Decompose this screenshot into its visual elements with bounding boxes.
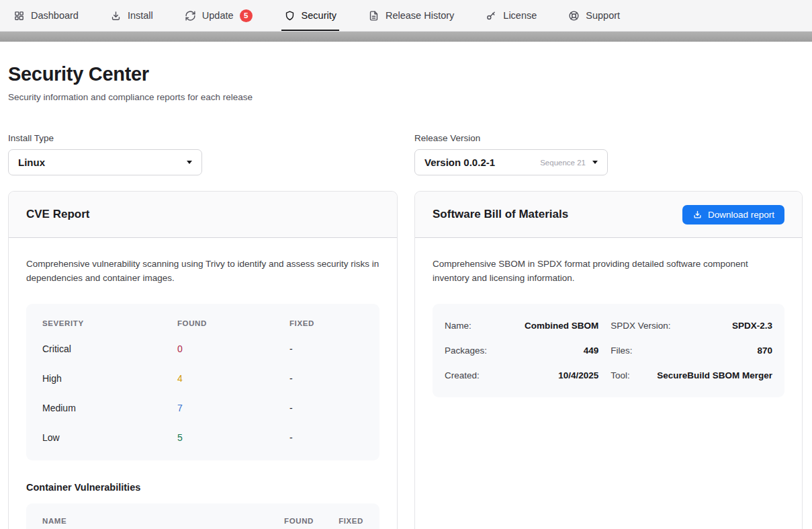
download-report-label: Download report (708, 210, 774, 220)
severity-label: Critical (42, 343, 177, 354)
nav-item-security[interactable]: Security (281, 0, 339, 31)
table-row-medium: Medium 7 - (42, 393, 363, 423)
release-version-filter: Release Version Version 0.0.2-1 Sequence… (414, 133, 608, 175)
found-count: 5 (177, 432, 289, 443)
sbom-card-header: Software Bill of Materials Download repo… (415, 192, 802, 238)
col-found: FOUND (177, 319, 289, 327)
sbom-detail-files: Files: 870 (611, 338, 772, 363)
dashboard-grid-icon (13, 10, 25, 22)
chevron-down-icon (187, 161, 192, 164)
found-count: 7 (177, 403, 289, 413)
detail-label: Name: (445, 321, 471, 331)
nav-item-license[interactable]: License (483, 0, 539, 31)
download-report-button[interactable]: Download report (682, 205, 784, 225)
install-type-select[interactable]: Linux (8, 149, 202, 175)
release-version-label: Release Version (414, 133, 608, 143)
fixed-count: - (289, 403, 363, 413)
update-count-badge: 5 (240, 9, 253, 22)
document-icon (368, 10, 379, 22)
found-count: 0 (177, 343, 289, 354)
nav-item-support[interactable]: Support (566, 0, 623, 31)
detail-label: Tool: (611, 370, 630, 380)
nav-item-install[interactable]: Install (107, 0, 156, 31)
fixed-count: - (289, 343, 363, 354)
nav-label: Update (202, 10, 234, 21)
col-fixed: FIXED (289, 319, 363, 327)
shield-icon (284, 10, 296, 22)
severity-table-header: SEVERITY FOUND FIXED (42, 315, 363, 334)
key-icon (486, 10, 497, 22)
install-type-value: Linux (18, 157, 45, 168)
sbom-details-panel: Name: Combined SBOM SPDX Version: SPDX-2… (433, 304, 784, 397)
detail-value: 870 (757, 345, 772, 356)
lifebuoy-icon (568, 10, 580, 22)
detail-value: SPDX-2.3 (732, 321, 772, 331)
cards-row: CVE Report Comprehensive vulnerability s… (8, 191, 803, 529)
container-vulnerabilities-title: Container Vulnerabilities (26, 482, 379, 493)
nav-label: Release History (386, 10, 454, 21)
release-version-value: Version 0.0.2-1 (424, 157, 495, 168)
severity-table: SEVERITY FOUND FIXED Critical 0 - High 4… (26, 304, 379, 460)
nav-label: Security (302, 10, 336, 21)
sequence-badge: Sequence 21 (540, 159, 598, 167)
sbom-detail-spdx-version: SPDX Version: SPDX-2.3 (611, 313, 772, 338)
fixed-count: - (289, 373, 363, 384)
severity-label: Low (42, 432, 177, 443)
cve-card-title: CVE Report (26, 208, 89, 221)
sbom-detail-name: Name: Combined SBOM (445, 313, 598, 338)
cve-card-body: Comprehensive vulnerability scanning usi… (9, 238, 397, 529)
nav-label: Dashboard (31, 10, 79, 21)
table-row-low: Low 5 - (42, 423, 363, 452)
container-table-header: NAME FOUND FIXED (42, 517, 363, 525)
detail-value: 10/4/2025 (558, 370, 598, 380)
detail-value: SecureBuild SBOM Merger (657, 370, 772, 380)
severity-label: Medium (42, 403, 177, 413)
sbom-detail-tool: Tool: SecureBuild SBOM Merger (611, 363, 772, 388)
nav-label: Support (586, 10, 620, 21)
sbom-card-body: Comprehensive SBOM in SPDX format provid… (415, 238, 802, 416)
fixed-count: - (289, 432, 363, 443)
cve-report-card: CVE Report Comprehensive vulnerability s… (8, 191, 398, 529)
sbom-detail-created: Created: 10/4/2025 (445, 363, 598, 388)
severity-label: High (42, 373, 177, 384)
download-icon (110, 10, 122, 22)
found-count: 4 (177, 373, 289, 384)
chevron-down-icon (592, 161, 598, 164)
col-severity: SEVERITY (42, 319, 177, 327)
nav-label: Install (128, 10, 153, 21)
sbom-card-title: Software Bill of Materials (433, 208, 568, 221)
download-icon (692, 210, 703, 220)
sbom-description: Comprehensive SBOM in SPDX format provid… (433, 257, 784, 286)
detail-label: Packages: (445, 345, 487, 356)
filters-row: Install Type Linux Release Version Versi… (8, 133, 803, 175)
cve-card-header: CVE Report (9, 192, 397, 238)
refresh-icon (185, 10, 196, 22)
sbom-card: Software Bill of Materials Download repo… (414, 191, 803, 529)
detail-label: SPDX Version: (611, 321, 670, 331)
sbom-detail-packages: Packages: 449 (445, 338, 598, 363)
detail-value: 449 (584, 345, 599, 356)
nav-label: License (503, 10, 537, 21)
page-subtitle: Security information and compliance repo… (8, 92, 803, 102)
release-version-select[interactable]: Version 0.0.2-1 Sequence 21 (414, 149, 608, 175)
col-name: NAME (42, 517, 256, 525)
container-vulnerabilities-table: NAME FOUND FIXED (26, 503, 379, 529)
top-navigation: Dashboard Install Update 5 Security Rele… (0, 0, 812, 32)
page-title: Security Center (8, 63, 803, 85)
install-type-label: Install Type (8, 133, 202, 143)
detail-label: Created: (445, 370, 480, 380)
col-found: FOUND (267, 517, 314, 525)
detail-label: Files: (611, 345, 632, 356)
page-divider-band (0, 32, 812, 42)
main-content: Security Center Security information and… (0, 63, 812, 529)
col-fixed: FIXED (324, 517, 363, 525)
nav-item-release-history[interactable]: Release History (365, 0, 457, 31)
table-row-critical: Critical 0 - (42, 334, 363, 364)
install-type-filter: Install Type Linux (8, 133, 202, 175)
table-row-high: High 4 - (42, 364, 363, 393)
nav-item-update[interactable]: Update 5 (182, 0, 255, 31)
detail-value: Combined SBOM (525, 321, 598, 331)
cve-description: Comprehensive vulnerability scanning usi… (26, 257, 379, 286)
nav-item-dashboard[interactable]: Dashboard (11, 0, 81, 31)
